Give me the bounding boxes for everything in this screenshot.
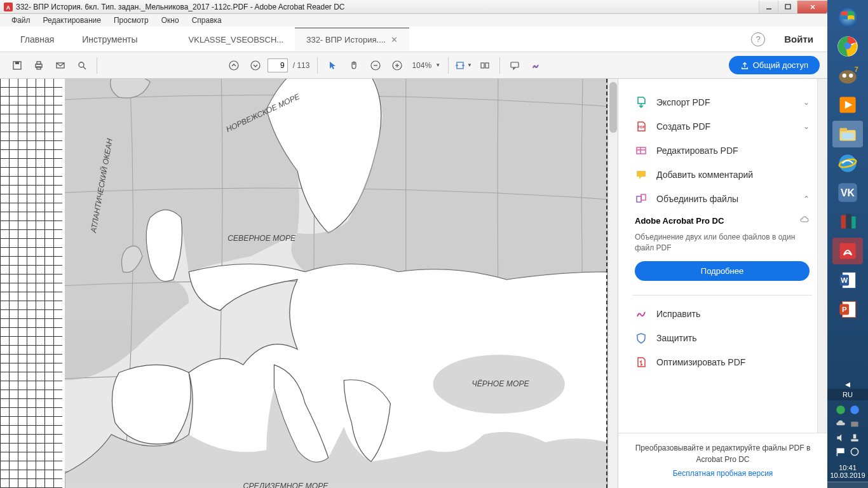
tray-network-icon[interactable] <box>849 432 860 444</box>
merge-description: Объединение двух или более файлов в один… <box>635 232 810 254</box>
search-button[interactable] <box>72 56 92 75</box>
chevron-down-icon: ⌄ <box>803 122 810 131</box>
share-button[interactable]: Общий доступ <box>729 56 820 74</box>
tool-fix[interactable]: Исправить <box>632 302 812 326</box>
zoom-in-button[interactable] <box>388 56 407 75</box>
fit-width-button[interactable]: ▼ <box>454 56 473 75</box>
zoom-out-button[interactable] <box>366 56 385 75</box>
chevron-up-icon: ⌃ <box>803 194 810 203</box>
svg-point-45 <box>843 74 846 78</box>
tab-close-icon[interactable]: ✕ <box>391 35 398 44</box>
tab-document-1[interactable]: VKLASSE_VSEOBSCH... <box>177 27 295 51</box>
merge-learn-more-button[interactable]: Подробнее <box>635 261 810 281</box>
panel-footer: Преобразовывайте и редактируйте файлы PD… <box>618 433 827 488</box>
tool-export-pdf[interactable]: Экспорт PDF ⌄ <box>632 90 812 114</box>
svg-point-66 <box>836 405 845 414</box>
shield-icon <box>635 332 648 344</box>
menu-edit[interactable]: Редактирование <box>37 16 107 25</box>
tool-combine-files-label: Объединить файлы <box>656 194 803 204</box>
page-total-label: / 113 <box>290 61 313 70</box>
svg-rect-24 <box>481 63 484 68</box>
hand-tool-button[interactable] <box>344 56 363 75</box>
window-title: 332- ВПР История. 6кл. Тип. задан._Мельн… <box>16 3 759 11</box>
taskbar-word-icon[interactable]: W <box>832 267 863 294</box>
tray-icon[interactable] <box>835 418 846 430</box>
close-button[interactable] <box>797 1 827 13</box>
panel-footer-text: Преобразовывайте и редактируйте файлы PD… <box>631 442 815 465</box>
svg-rect-9 <box>37 62 41 64</box>
comment-button[interactable] <box>505 56 524 75</box>
svg-rect-51 <box>842 133 854 140</box>
tray-icon[interactable] <box>849 404 860 416</box>
maximize-button[interactable] <box>778 1 797 13</box>
sign-button[interactable] <box>527 56 546 75</box>
help-icon[interactable]: ? <box>751 32 765 46</box>
tab-document-2[interactable]: 332- ВПР История.... ✕ <box>295 27 409 51</box>
taskbar-books-icon[interactable] <box>832 208 863 235</box>
tool-edit-pdf[interactable]: Редактировать PDF <box>632 139 812 163</box>
tray-icon[interactable] <box>849 446 860 458</box>
tool-add-comment[interactable]: Добавить комментарий <box>632 163 812 187</box>
show-desktop-button[interactable] <box>827 482 868 488</box>
tool-optimize-pdf[interactable]: Оптимизировать PDF <box>632 350 812 374</box>
svg-rect-68 <box>851 422 858 427</box>
tray-volume-icon[interactable] <box>835 432 846 444</box>
tab-tools[interactable]: Инструменты <box>68 28 151 51</box>
svg-point-46 <box>849 74 853 78</box>
document-scrollbar[interactable] <box>607 79 618 488</box>
combine-files-icon <box>635 193 648 205</box>
tool-create-pdf[interactable]: PDF Создать PDF ⌄ <box>632 114 812 139</box>
select-tool-button[interactable] <box>323 56 342 75</box>
zoom-level-select[interactable]: 104% ▼ <box>409 60 443 71</box>
start-button[interactable] <box>832 4 863 30</box>
page-number-input[interactable] <box>268 58 288 72</box>
email-button[interactable] <box>51 56 70 75</box>
clock-date: 10.03.2019 <box>827 471 868 479</box>
taskbar-chrome-icon[interactable] <box>832 33 863 60</box>
save-button[interactable] <box>8 56 27 75</box>
panel-footer-link[interactable]: Бесплатная пробная версия <box>631 468 815 479</box>
taskbar-gimp-icon[interactable]: 7 <box>832 62 863 89</box>
taskbar-powerpoint-icon[interactable]: P <box>832 296 863 323</box>
cloud-icon <box>799 215 810 227</box>
page-up-button[interactable] <box>224 56 243 75</box>
svg-rect-71 <box>837 448 844 453</box>
minimize-button[interactable] <box>759 1 778 13</box>
taskbar-expand-button[interactable]: ◂ <box>827 379 868 389</box>
taskbar-acrobat-icon[interactable] <box>832 238 863 264</box>
taskbar-clock[interactable]: 10:41 10.03.2019 <box>827 461 868 482</box>
tool-protect[interactable]: Защитить <box>632 326 812 350</box>
document-viewport[interactable]: НОРВЕЖСКОЕ МОРЕ АТЛАНТИЧЕСКИЙ ОКЕАН СЕВЕ… <box>0 79 618 488</box>
signin-button[interactable]: Войти <box>776 34 821 44</box>
tool-combine-files[interactable]: Объединить файлы ⌃ <box>632 187 812 211</box>
svg-text:СРЕДИЗЕМНОЕ МОРЕ: СРЕДИЗЕМНОЕ МОРЕ <box>243 482 329 488</box>
page-down-button[interactable] <box>246 56 265 75</box>
panel-scrollbar[interactable] <box>817 79 827 433</box>
menu-view[interactable]: Просмотр <box>107 16 155 25</box>
taskbar-explorer-icon[interactable] <box>832 121 863 147</box>
fit-page-button[interactable] <box>475 56 494 75</box>
svg-rect-7 <box>15 62 19 64</box>
tool-add-comment-label: Добавить комментарий <box>656 170 810 180</box>
svg-text:W: W <box>841 276 848 284</box>
tool-export-pdf-label: Экспорт PDF <box>656 97 803 107</box>
menu-help[interactable]: Справка <box>186 16 228 25</box>
taskbar-media-icon[interactable] <box>832 92 863 118</box>
taskbar-ie-icon[interactable] <box>832 150 863 177</box>
svg-point-67 <box>850 405 859 414</box>
taskbar-vk-icon[interactable]: VK <box>832 179 863 206</box>
tray-icon[interactable] <box>849 418 860 430</box>
taskbar-language[interactable]: RU <box>827 389 868 400</box>
menu-window[interactable]: Окно <box>155 16 186 25</box>
svg-point-73 <box>851 448 858 455</box>
svg-rect-56 <box>841 215 846 229</box>
scroll-thumb[interactable] <box>609 82 617 133</box>
tray-flag-icon[interactable] <box>835 446 846 458</box>
svg-line-13 <box>83 67 86 69</box>
tab-home[interactable]: Главная <box>6 28 68 51</box>
print-button[interactable] <box>29 56 48 75</box>
menu-file[interactable]: Файл <box>5 16 37 25</box>
tray-icon[interactable] <box>835 404 846 416</box>
edit-pdf-icon <box>635 144 648 157</box>
map-image: НОРВЕЖСКОЕ МОРЕ АТЛАНТИЧЕСКИЙ ОКЕАН СЕВЕ… <box>62 79 607 488</box>
